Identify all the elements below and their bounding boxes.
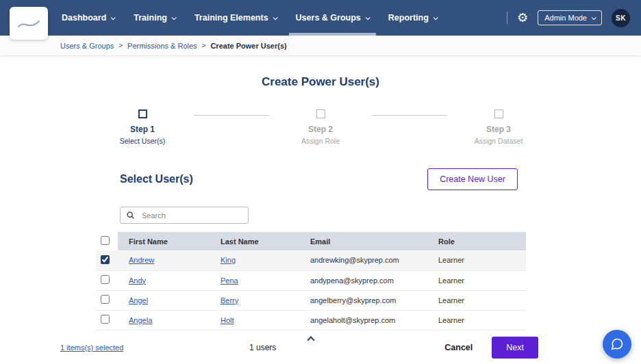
page-title: Create Power User(s): [0, 75, 641, 89]
first-name-link[interactable]: Andrew: [129, 256, 154, 264]
cancel-button[interactable]: Cancel: [444, 343, 473, 352]
main-nav: Dashboard Training Training Elements Use…: [52, 0, 447, 36]
step-sublabel: Select User(s): [120, 137, 166, 145]
nav-label: Training: [134, 13, 167, 23]
section-heading: Select User(s): [120, 173, 193, 185]
step-label: Step 2: [308, 125, 333, 134]
step-sublabel: Assign Dataset: [475, 137, 523, 145]
role-cell: Learner: [427, 310, 526, 330]
step-connector: [194, 115, 269, 116]
chat-launcher[interactable]: [603, 330, 631, 359]
nav-item-reporting[interactable]: Reporting: [379, 0, 447, 36]
admin-mode-label: Admin Mode: [544, 14, 587, 22]
last-name-link[interactable]: Berry: [221, 296, 238, 304]
row-checkbox[interactable]: [101, 255, 110, 264]
main-content: Create Power User(s) Step 1 Select User(…: [0, 56, 641, 343]
gear-icon[interactable]: ⚙: [517, 12, 528, 24]
search-icon: [126, 211, 135, 220]
wizard-footer: 1 items(s) selected 1 users Cancel Next: [0, 334, 641, 361]
chevron-down-icon: [273, 15, 277, 20]
first-name-link[interactable]: Angel: [129, 296, 148, 304]
step-1: Step 1 Select User(s): [91, 109, 194, 145]
row-checkbox[interactable]: [101, 295, 110, 304]
column-header-last-name: Last Name: [210, 232, 299, 250]
step-checkbox-icon: [316, 109, 325, 118]
admin-mode-dropdown[interactable]: Admin Mode: [538, 10, 602, 25]
chevron-down-icon: [111, 15, 116, 20]
selected-count-link[interactable]: 1 items(s) selected: [60, 343, 123, 352]
nav-label: Dashboard: [62, 13, 106, 23]
column-header-first-name: First Name: [118, 232, 210, 250]
nav-label: Users & Groups: [296, 13, 361, 23]
breadcrumb-link-permissions-roles[interactable]: Permissions & Roles: [127, 42, 197, 50]
role-cell: Learner: [427, 250, 526, 270]
step-checkbox-icon: [494, 109, 503, 118]
step-2: Step 2 Assign Role: [269, 109, 372, 145]
table-row: Andy Pena andypena@skyprep.com Learner: [96, 270, 526, 290]
first-name-link[interactable]: Angela: [129, 316, 152, 324]
row-checkbox[interactable]: [101, 315, 110, 324]
email-cell: andypena@skyprep.com: [299, 270, 427, 290]
last-name-link[interactable]: King: [221, 256, 236, 264]
nav-item-users-groups[interactable]: Users & Groups: [286, 0, 379, 36]
column-header-email: Email: [299, 232, 427, 250]
step-label: Step 3: [486, 125, 511, 134]
breadcrumb: Users & Groups > Permissions & Roles > C…: [0, 36, 641, 56]
table-row: Angela Holt angelaholt@skyprep.com Learn…: [96, 310, 526, 330]
table-row: Angel Berry angelberry@skyprep.com Learn…: [96, 290, 526, 310]
table-header-row: First Name Last Name Email Role: [96, 232, 526, 250]
breadcrumb-current: Create Power User(s): [210, 42, 286, 50]
email-cell: angelberry@skyprep.com: [299, 290, 427, 310]
nav-label: Training Elements: [194, 13, 268, 23]
step-sublabel: Assign Role: [301, 137, 340, 145]
last-name-link[interactable]: Holt: [221, 316, 234, 324]
role-cell: Learner: [427, 290, 526, 310]
table-row: Andrew King andrewking@skyprep.com Learn…: [96, 250, 526, 270]
chevron-down-icon: [172, 15, 177, 20]
row-checkbox[interactable]: [101, 275, 110, 284]
next-button[interactable]: Next: [492, 337, 538, 359]
logo-curve-icon: [15, 14, 42, 33]
chevron-down-icon: [433, 15, 438, 20]
stepper: Step 1 Select User(s) Step 2 Assign Role…: [0, 109, 641, 145]
breadcrumb-separator: >: [118, 42, 123, 49]
logo[interactable]: [10, 7, 48, 40]
top-navbar: Dashboard Training Training Elements Use…: [0, 0, 641, 36]
role-cell: Learner: [427, 270, 526, 290]
avatar[interactable]: SK: [612, 9, 630, 27]
step-3: Step 3 Assign Dataset: [447, 109, 550, 145]
nav-item-training-elements[interactable]: Training Elements: [185, 0, 286, 36]
nav-item-dashboard[interactable]: Dashboard: [52, 0, 124, 36]
step-label: Step 1: [130, 125, 155, 134]
step-connector: [372, 115, 447, 116]
breadcrumb-separator: >: [202, 42, 206, 49]
create-new-user-button[interactable]: Create New User: [427, 168, 518, 190]
select-users-panel: Select User(s) Create New User First Nam…: [96, 168, 526, 343]
search-input[interactable]: [120, 207, 249, 224]
email-cell: angelaholt@skyprep.com: [299, 310, 427, 330]
users-table: First Name Last Name Email Role Andrew K…: [96, 232, 526, 330]
first-name-link[interactable]: Andy: [129, 276, 146, 285]
chevron-down-icon: [365, 15, 370, 20]
email-cell: andrewking@skyprep.com: [299, 250, 427, 270]
breadcrumb-link-users-groups[interactable]: Users & Groups: [60, 42, 114, 50]
step-checkbox-icon: [138, 109, 147, 118]
column-header-role: Role: [427, 232, 526, 250]
select-all-checkbox[interactable]: [101, 236, 110, 245]
navbar-divider: [507, 12, 507, 24]
navbar-right: ⚙ Admin Mode SK: [507, 9, 630, 27]
chevron-down-icon: [592, 15, 596, 20]
chat-bubble-icon: [610, 337, 624, 351]
nav-item-training[interactable]: Training: [124, 0, 185, 36]
nav-label: Reporting: [388, 13, 429, 23]
users-count: 1 users: [249, 343, 276, 352]
last-name-link[interactable]: Pena: [221, 276, 238, 285]
